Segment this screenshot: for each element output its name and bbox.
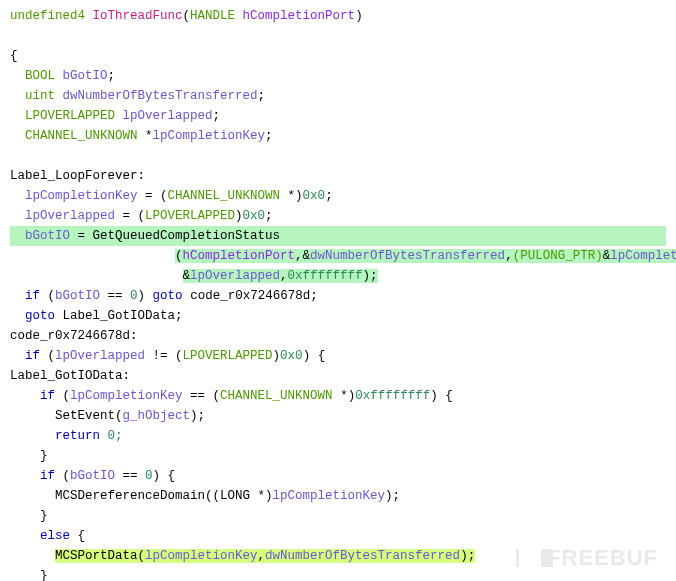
code-line: CHANNEL_UNKNOWN *lpCompletionKey; xyxy=(10,126,666,146)
watermark: FREEBUF xyxy=(516,540,658,575)
code-line: LPOVERLAPPED lpOverlapped; xyxy=(10,106,666,126)
code-line: uint dwNumberOfBytesTransferred; xyxy=(10,86,666,106)
code-line: } xyxy=(10,506,666,526)
code-line-highlight: &lpOverlapped,0xffffffff); xyxy=(10,266,666,286)
label-code: code_r0x7246678d: xyxy=(10,326,666,346)
code-line: { xyxy=(10,46,666,66)
code-line: if (lpCompletionKey == (CHANNEL_UNKNOWN … xyxy=(10,386,666,406)
code-line-highlight: (hCompletionPort,&dwNumberOfBytesTransfe… xyxy=(10,246,666,266)
code-line: SetEvent(g_hObject); xyxy=(10,406,666,426)
code-line: lpOverlapped = (LPOVERLAPPED)0x0; xyxy=(10,206,666,226)
code-line: } xyxy=(10,446,666,466)
label-gotio: Label_GotIOData: xyxy=(10,366,666,386)
code-line xyxy=(10,146,666,166)
code-line-highlight: bGotIO = GetQueuedCompletionStatus xyxy=(10,226,666,246)
watermark-icon xyxy=(516,549,541,567)
code-line: goto Label_GotIOData; xyxy=(10,306,666,326)
code-line: return 0; xyxy=(10,426,666,446)
code-line: lpCompletionKey = (CHANNEL_UNKNOWN *)0x0… xyxy=(10,186,666,206)
code-line: MCSDereferenceDomain((LONG *)lpCompletio… xyxy=(10,486,666,506)
code-line: if (bGotIO == 0) goto code_r0x7246678d; xyxy=(10,286,666,306)
label-loop: Label_LoopForever: xyxy=(10,166,666,186)
code-line: undefined4 IoThreadFunc(HANDLE hCompleti… xyxy=(10,6,666,26)
code-line: if (bGotIO == 0) { xyxy=(10,466,666,486)
code-line: if (lpOverlapped != (LPOVERLAPPED)0x0) { xyxy=(10,346,666,366)
code-line xyxy=(10,26,666,46)
code-line: BOOL bGotIO; xyxy=(10,66,666,86)
